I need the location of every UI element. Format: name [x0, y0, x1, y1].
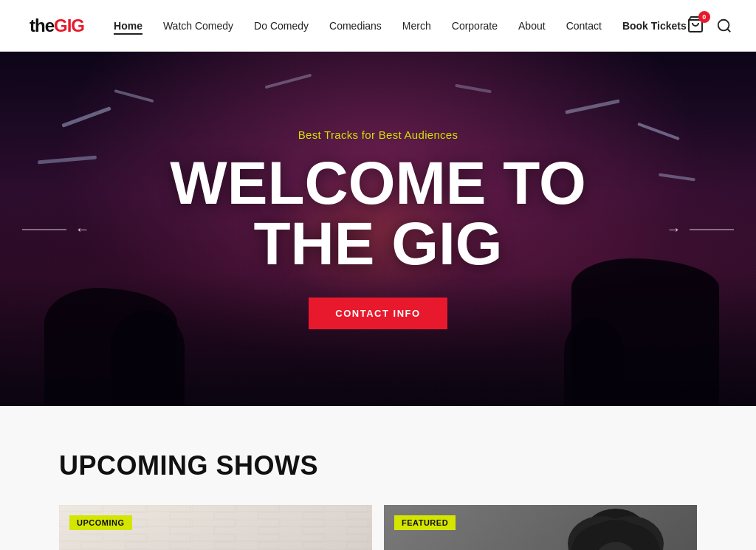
hero-prev-button[interactable]: ←	[15, 213, 97, 245]
cart-badge: 0	[698, 11, 710, 23]
search-icon[interactable]	[716, 18, 732, 34]
show-card-featured[interactable]: FEATURED	[384, 505, 697, 550]
hero-title: WELCOME TO THE GIG	[170, 153, 585, 274]
hero-section: Best Tracks for Best Audiences WELCOME T…	[0, 52, 756, 406]
upcoming-shows-title: UPCOMING SHOWS	[59, 450, 697, 481]
svg-point-1	[718, 19, 729, 30]
arrow-right-icon: →	[666, 221, 681, 237]
header-icons: 0	[687, 16, 732, 36]
hero-cta-button[interactable]: CONTACT INFO	[309, 298, 447, 329]
nav-book-tickets[interactable]: Book Tickets	[622, 20, 687, 32]
nav-comedians[interactable]: Comedians	[329, 20, 382, 32]
nav-merch[interactable]: Merch	[402, 20, 431, 32]
hero-content: Best Tracks for Best Audiences WELCOME T…	[170, 128, 585, 329]
hero-next-button[interactable]: →	[659, 213, 741, 245]
hero-title-line1: WELCOME TO	[170, 149, 585, 216]
logo-the: the	[30, 16, 54, 35]
hero-subtitle: Best Tracks for Best Audiences	[170, 128, 585, 141]
site-logo[interactable]: theGIG	[30, 16, 84, 36]
nav-watch-comedy[interactable]: Watch Comedy	[163, 20, 233, 32]
badge-upcoming: UPCOMING	[69, 515, 132, 530]
main-nav: Home Watch Comedy Do Comedy Comedians Me…	[114, 20, 687, 32]
show-card-upcoming[interactable]: UPCOMING	[59, 505, 372, 550]
hero-title-line2: THE GIG	[253, 210, 502, 277]
upcoming-shows-section: UPCOMING SHOWS UPCOMING	[0, 406, 756, 550]
nav-home[interactable]: Home	[114, 20, 142, 32]
arrow-left-icon: ←	[75, 221, 90, 237]
arrow-left-line	[22, 230, 66, 230]
site-header: theGIG Home Watch Comedy Do Comedy Comed…	[0, 0, 756, 52]
arrow-right-line	[690, 230, 734, 230]
nav-contact[interactable]: Contact	[566, 20, 602, 32]
person-silhouette	[564, 520, 667, 550]
logo-gig: GIG	[54, 16, 84, 35]
cart-icon-wrapper[interactable]: 0	[687, 16, 704, 36]
nav-corporate[interactable]: Corporate	[452, 20, 498, 32]
svg-line-2	[727, 29, 730, 32]
nav-about[interactable]: About	[518, 20, 546, 32]
silhouette-right-2	[564, 317, 623, 406]
shows-grid: UPCOMING FEATURED	[59, 505, 697, 550]
badge-featured: FEATURED	[394, 515, 456, 530]
nav-do-comedy[interactable]: Do Comedy	[254, 20, 309, 32]
